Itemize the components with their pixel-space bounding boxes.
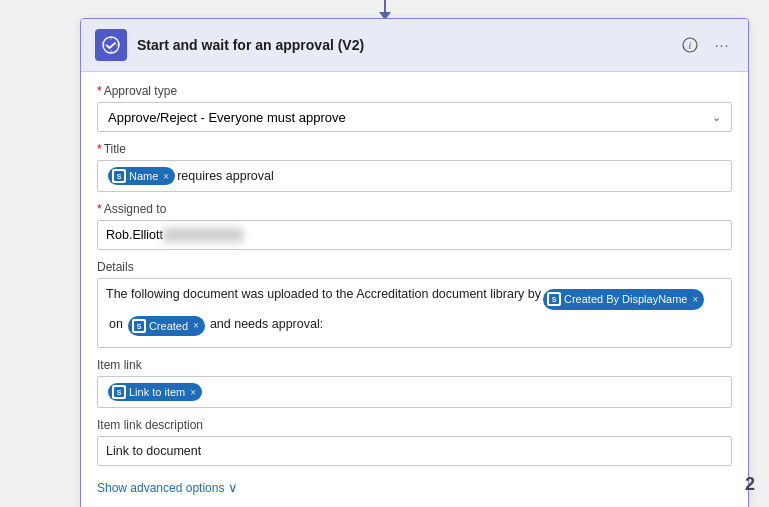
show-advanced-options-link[interactable]: Show advanced options ∨ — [97, 480, 238, 495]
info-button[interactable]: i — [678, 33, 702, 57]
item-link-desc-input[interactable]: Link to document — [97, 436, 732, 466]
details-suffix: and needs approval: — [210, 315, 323, 334]
assigned-to-blurred: blurredtext123 — [163, 228, 243, 242]
svg-text:i: i — [689, 40, 692, 51]
link-to-item-token[interactable]: S Link to item × — [108, 383, 202, 401]
details-input[interactable]: The following document was uploaded to t… — [97, 278, 732, 348]
name-token[interactable]: S Name × — [108, 167, 175, 185]
item-link-field: Item link S Link to item × — [97, 358, 732, 408]
created-by-token[interactable]: S Created By DisplayName × — [543, 289, 704, 310]
created-token[interactable]: S Created × — [128, 316, 205, 337]
svg-text:S: S — [552, 296, 557, 303]
item-link-input[interactable]: S Link to item × — [97, 376, 732, 408]
created-by-token-close[interactable]: × — [692, 292, 698, 307]
approval-icon — [101, 35, 121, 55]
chevron-down-icon: ⌄ — [712, 111, 721, 124]
created-sharepoint-icon: S — [132, 319, 146, 333]
item-link-desc-field: Item link description Link to document — [97, 418, 732, 466]
name-token-close[interactable]: × — [163, 171, 169, 182]
card-header: Start and wait for an approval (V2) i ··… — [81, 19, 748, 72]
title-suffix: requires approval — [177, 169, 274, 183]
approval-type-value: Approve/Reject - Everyone must approve — [108, 110, 346, 125]
svg-text:S: S — [117, 389, 122, 396]
approval-card: Start and wait for an approval (V2) i ··… — [80, 18, 749, 507]
svg-text:S: S — [117, 173, 122, 180]
name-token-label: Name — [129, 170, 158, 182]
title-label: *Title — [97, 142, 732, 156]
assigned-to-prefix: Rob.Elliott — [106, 228, 163, 242]
page-number: 2 — [745, 474, 755, 495]
title-input[interactable]: S Name × requires approval — [97, 160, 732, 192]
card-header-icon — [95, 29, 127, 61]
approval-type-label: *Approval type — [97, 84, 732, 98]
link-sharepoint-icon: S — [112, 385, 126, 399]
card-body: *Approval type Approve/Reject - Everyone… — [81, 72, 748, 507]
details-label: Details — [97, 260, 732, 274]
token-sharepoint-icon: S — [112, 169, 126, 183]
item-link-desc-value: Link to document — [106, 444, 201, 458]
assigned-to-field: *Assigned to Rob.Elliottblurredtext123 — [97, 202, 732, 250]
created-by-sharepoint-icon: S — [547, 292, 561, 306]
details-field: Details The following document was uploa… — [97, 260, 732, 348]
svg-text:S: S — [137, 323, 142, 330]
assigned-to-label: *Assigned to — [97, 202, 732, 216]
page-wrapper: Start and wait for an approval (V2) i ··… — [0, 0, 769, 507]
title-field: *Title S Name × requires approval — [97, 142, 732, 192]
approval-type-field: *Approval type Approve/Reject - Everyone… — [97, 84, 732, 132]
assigned-to-input[interactable]: Rob.Elliottblurredtext123 — [97, 220, 732, 250]
details-on-text: on — [109, 315, 123, 334]
created-label: Created — [149, 318, 188, 335]
advanced-options-label: Show advanced options — [97, 481, 224, 495]
card-header-actions: i ··· — [678, 33, 734, 57]
link-to-item-label: Link to item — [129, 386, 185, 398]
more-options-button[interactable]: ··· — [710, 33, 734, 57]
connector-arrow — [379, 0, 391, 20]
card-title: Start and wait for an approval (V2) — [137, 37, 668, 53]
link-token-close[interactable]: × — [190, 387, 196, 398]
item-link-desc-label: Item link description — [97, 418, 732, 432]
chevron-down-icon: ∨ — [228, 480, 238, 495]
item-link-label: Item link — [97, 358, 732, 372]
approval-type-select[interactable]: Approve/Reject - Everyone must approve ⌄ — [97, 102, 732, 132]
created-by-label: Created By DisplayName — [564, 291, 688, 308]
details-line1: The following document was uploaded to t… — [106, 285, 541, 304]
created-token-close[interactable]: × — [193, 318, 199, 333]
arrow-line — [384, 0, 386, 12]
